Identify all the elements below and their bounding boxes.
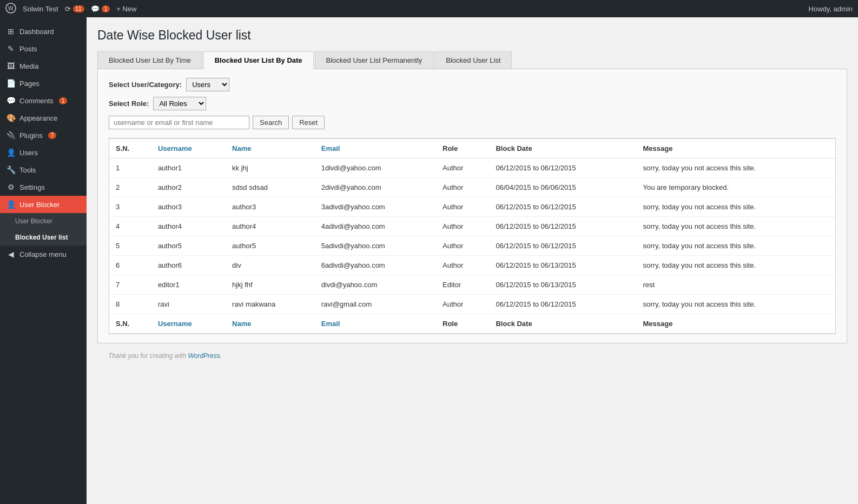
sidebar-label-dashboard: Dashboard — [19, 28, 54, 36]
col-header-username[interactable]: Username — [151, 139, 226, 158]
wp-logo-icon[interactable]: W — [5, 3, 16, 15]
category-select[interactable]: Users — [186, 78, 229, 91]
cell-email: ravi@gmail.com — [315, 295, 436, 314]
cell-message: sorry, today you not access this site. — [637, 295, 835, 314]
footer-wp-link[interactable]: WordPress. — [188, 352, 222, 360]
col-footer-username[interactable]: Username — [151, 314, 226, 334]
plugins-sidebar-badge: 7 — [48, 132, 57, 139]
col-footer-message: Message — [637, 314, 835, 334]
cell-role: Editor — [436, 275, 489, 295]
col-footer-name[interactable]: Name — [226, 314, 315, 334]
table-row: 3 author3 author3 3adivdi@yahoo.com Auth… — [109, 197, 835, 217]
sidebar: ⊞ Dashboard ✎ Posts 🖼 Media 📄 Pages 💬 Co… — [0, 17, 87, 504]
col-header-name[interactable]: Name — [226, 139, 315, 158]
sidebar-collapse-button[interactable]: ◀ Collapse menu — [0, 246, 87, 263]
cell-name: author5 — [226, 236, 315, 256]
collapse-label: Collapse menu — [19, 250, 67, 258]
tab-all[interactable]: Blocked User List — [434, 51, 512, 69]
cell-message: sorry, today you not access this site. — [637, 256, 835, 275]
tab-permanently[interactable]: Blocked User List Permanently — [315, 51, 434, 69]
tab-by-date[interactable]: Blocked User List By Date — [203, 51, 314, 69]
cell-block-date: 06/12/2015 to 06/12/2015 — [489, 217, 636, 236]
footer-text: Thank you for creating with — [108, 352, 188, 360]
sidebar-item-tools[interactable]: 🔧 Tools — [0, 161, 87, 178]
pages-icon: 📄 — [6, 79, 15, 88]
admin-bar: W Solwin Test ⟳ 11 💬 1 + New Howdy, admi… — [0, 0, 858, 17]
reset-button[interactable]: Reset — [292, 116, 325, 129]
cell-email: 5adivdi@yahoo.com — [315, 236, 436, 256]
cell-username: author5 — [151, 236, 226, 256]
sidebar-submenu-blocked-user-list-label: Blocked User list — [15, 234, 68, 241]
col-footer-email[interactable]: Email — [315, 314, 436, 334]
sidebar-label-posts: Posts — [19, 45, 37, 53]
col-footer-sn: S.N. — [109, 314, 151, 334]
sidebar-label-media: Media — [19, 62, 38, 70]
tabs-bar: Blocked User List By Time Blocked User L… — [97, 51, 847, 69]
updates-icon[interactable]: ⟳ 11 — [65, 5, 84, 13]
tools-icon: 🔧 — [6, 165, 15, 174]
plugins-icon: 🔌 — [6, 131, 15, 140]
cell-message: sorry, today you not access this site. — [637, 217, 835, 236]
sidebar-item-pages[interactable]: 📄 Pages — [0, 75, 87, 92]
table-wrapper: S.N. Username Name Email Role Block Date… — [109, 138, 836, 334]
cell-username: ravi — [151, 295, 226, 314]
col-header-message: Message — [637, 139, 835, 158]
col-footer-role: Role — [436, 314, 489, 334]
new-content-button[interactable]: + New — [116, 5, 136, 13]
cell-role: Author — [436, 197, 489, 217]
svg-text:W: W — [8, 5, 14, 11]
cell-name: ravi makwana — [226, 295, 315, 314]
cell-username: author2 — [151, 178, 226, 197]
sidebar-label-pages: Pages — [19, 79, 39, 88]
sidebar-label-appearance: Appearance — [19, 114, 57, 122]
cell-role: Author — [436, 178, 489, 197]
cell-block-date: 06/12/2015 to 06/12/2015 — [489, 158, 636, 178]
col-header-email[interactable]: Email — [315, 139, 436, 158]
sidebar-label-plugins: Plugins — [19, 131, 43, 140]
cell-block-date: 06/12/2015 to 06/12/2015 — [489, 197, 636, 217]
search-button[interactable]: Search — [253, 116, 289, 129]
cell-role: Author — [436, 295, 489, 314]
table-header-row: S.N. Username Name Email Role Block Date… — [109, 139, 835, 158]
col-footer-block-date: Block Date — [489, 314, 636, 334]
sidebar-item-comments[interactable]: 💬 Comments 1 — [0, 92, 87, 109]
filter-panel: Select User/Category: Users Select Role:… — [97, 69, 847, 343]
comments-icon[interactable]: 💬 1 — [91, 5, 110, 13]
cell-message: rest — [637, 275, 835, 295]
sidebar-item-plugins[interactable]: 🔌 Plugins 7 — [0, 127, 87, 144]
users-icon: 👤 — [6, 148, 15, 157]
sidebar-item-user-blocker-main[interactable]: User Blocker — [0, 213, 87, 229]
sidebar-label-user-blocker: User Blocker — [19, 201, 60, 209]
site-name[interactable]: Solwin Test — [23, 5, 58, 13]
cell-sn: 7 — [109, 275, 151, 295]
category-filter-row: Select User/Category: Users — [109, 78, 836, 91]
cell-block-date: 06/12/2015 to 06/12/2015 — [489, 295, 636, 314]
table-row: 6 author6 div 6adivdi@yahoo.com Author 0… — [109, 256, 835, 275]
cell-block-date: 06/12/2015 to 06/13/2015 — [489, 275, 636, 295]
sidebar-label-users: Users — [19, 149, 38, 157]
blocked-users-table: S.N. Username Name Email Role Block Date… — [109, 138, 835, 334]
table-row: 4 author4 author4 4adivdi@yahoo.com Auth… — [109, 217, 835, 236]
search-input[interactable] — [109, 116, 249, 129]
role-label: Select Role: — [109, 100, 149, 108]
cell-email: 3adivdi@yahoo.com — [315, 197, 436, 217]
page-title: Date Wise Blocked User list — [97, 28, 847, 43]
sidebar-item-settings[interactable]: ⚙ Settings — [0, 178, 87, 196]
posts-icon: ✎ — [6, 44, 15, 53]
cell-message: sorry, today you not access this site. — [637, 236, 835, 256]
comments-count: 1 — [102, 5, 110, 12]
sidebar-item-dashboard[interactable]: ⊞ Dashboard — [0, 23, 87, 40]
cell-name: hjkj fhf — [226, 275, 315, 295]
sidebar-item-posts[interactable]: ✎ Posts — [0, 40, 87, 57]
sidebar-item-blocked-user-list[interactable]: Blocked User list — [0, 229, 87, 246]
table-row: 5 author5 author5 5adivdi@yahoo.com Auth… — [109, 236, 835, 256]
sidebar-item-media[interactable]: 🖼 Media — [0, 57, 87, 75]
tab-by-time[interactable]: Blocked User List By Time — [97, 51, 202, 69]
settings-icon: ⚙ — [6, 183, 15, 191]
sidebar-item-appearance[interactable]: 🎨 Appearance — [0, 109, 87, 127]
role-select[interactable]: All Roles — [153, 97, 206, 110]
sidebar-item-user-blocker[interactable]: 👤 User Blocker — [0, 196, 87, 213]
cell-sn: 8 — [109, 295, 151, 314]
cell-email: divdi@yahoo.com — [315, 275, 436, 295]
sidebar-item-users[interactable]: 👤 Users — [0, 144, 87, 161]
